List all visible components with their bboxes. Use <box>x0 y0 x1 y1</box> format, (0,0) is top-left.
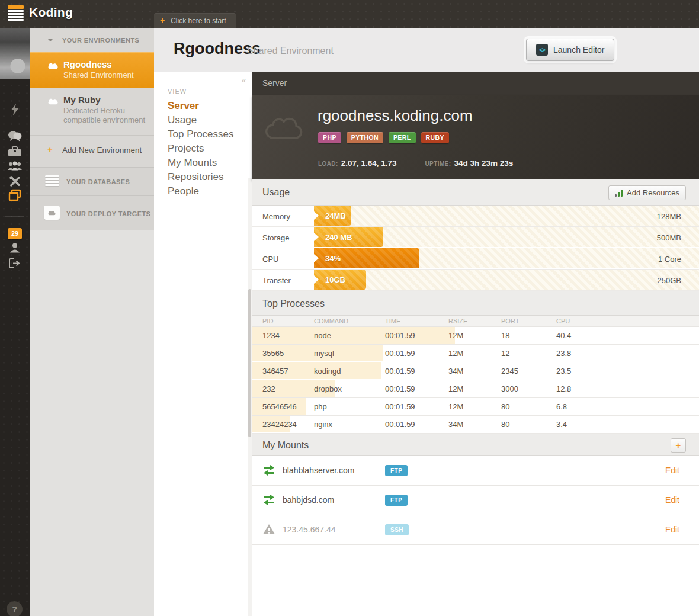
process-cell-port: 80 <box>501 402 556 411</box>
sidebar: YOUR ENVIRONMENTS RgoodnessShared Enviro… <box>30 28 154 616</box>
process-cell-rsize: 34M <box>448 367 501 376</box>
usage-metric-label: Storage <box>262 233 290 242</box>
sidebar-item-your-databases[interactable]: YOUR DATABASES <box>30 167 154 195</box>
sync-icon <box>262 464 275 478</box>
table-row[interactable]: 23424234nginx00:01.5934M803.4 <box>252 416 699 434</box>
table-row[interactable]: 346457kodingd00:01.5934M234523.5 <box>252 362 699 380</box>
chat-icon[interactable] <box>0 131 30 142</box>
list-item: 123.45.667.44SSHEdit <box>252 515 699 545</box>
logout-icon[interactable] <box>0 258 30 268</box>
databases-icon <box>45 175 59 187</box>
view-nav-column: « VIEW ServerUsageTop ProcessesProjectsM… <box>154 72 252 616</box>
top-processes-panel-header: Top Processes <box>252 291 699 316</box>
usage-bar-track: 34% <box>314 248 699 268</box>
protocol-badge: FTP <box>385 495 408 506</box>
edit-link[interactable]: Edit <box>665 525 679 534</box>
environment-name: My Ruby <box>63 95 101 105</box>
usage-metric-label: CPU <box>262 255 278 264</box>
table-row[interactable]: 56546546php00:01.5912M806.8 <box>252 398 699 416</box>
process-cell-rsize: 12M <box>448 331 501 340</box>
process-cell-time: 00:01.59 <box>385 384 448 393</box>
avatar[interactable] <box>0 28 30 79</box>
nav-item-projects[interactable]: Projects <box>168 142 234 156</box>
toolbox-icon[interactable] <box>0 146 30 157</box>
usage-row: CPU34%1 Core <box>252 248 699 270</box>
person-icon[interactable] <box>0 243 30 253</box>
launch-editor-button[interactable]: <> Launch Editor <box>526 38 614 61</box>
nav-item-top-processes[interactable]: Top Processes <box>168 127 234 142</box>
usage-bar-fill: 10GB <box>314 270 366 290</box>
table-row[interactable]: 232dropbox00:01.5912M300012.8 <box>252 380 699 398</box>
plus-icon: + <box>47 145 53 155</box>
usage-bar-fill: 34% <box>314 248 419 268</box>
your-environments-header[interactable]: YOUR ENVIRONMENTS <box>30 28 154 52</box>
add-resources-button[interactable]: Add Resources <box>608 185 686 200</box>
add-new-environment-button[interactable]: + Add New Environment <box>30 135 154 167</box>
help-icon[interactable]: ? <box>7 601 23 616</box>
environment-description: Dedicated Heroku compatible environment <box>63 106 148 125</box>
process-cell-command: node <box>314 331 385 340</box>
click-here-to-start-tab[interactable]: +Click here to start <box>154 13 236 28</box>
usage-bar-track: 10GB <box>314 270 699 290</box>
process-cell-command: nginx <box>314 420 385 429</box>
sidebar-item-your-deploy-targets[interactable]: YOUR DEPLOY TARGETS <box>30 195 154 230</box>
load-label: LOAD: <box>318 161 338 167</box>
add-mount-button[interactable]: + <box>671 438 686 453</box>
process-cell-pid: 56546546 <box>262 402 314 411</box>
mount-name: bahbjdsd.com <box>283 495 334 505</box>
notification-badge[interactable]: 29 <box>8 228 22 239</box>
process-column-header: COMMAND <box>314 317 385 325</box>
nav-item-server[interactable]: Server <box>168 99 234 113</box>
process-cell-command: mysql <box>314 349 385 358</box>
collapse-panel-icon[interactable]: « <box>242 76 246 85</box>
usage-bar-fill: 240 MB <box>314 227 383 247</box>
table-row[interactable]: 1234node00:01.5912M1840.4 <box>252 327 699 345</box>
uptime-value: 34d 3h 23m 23s <box>454 159 513 168</box>
environment-name: Rgoodness <box>63 59 112 69</box>
process-cell-port: 18 <box>501 331 556 340</box>
editor-code-icon: <> <box>536 44 548 56</box>
mount-rows: blahblahserver.comFTPEditbahbjdsd.comFTP… <box>252 456 699 545</box>
process-table-body: 1234node00:01.5912M1840.435565mysql00:01… <box>252 327 699 434</box>
usage-bar-fill: 24MB <box>314 206 351 226</box>
my-mounts-title: My Mounts <box>262 440 309 451</box>
edit-link[interactable]: Edit <box>665 466 679 475</box>
chevron-down-icon <box>47 38 53 41</box>
lightning-icon[interactable] <box>0 104 30 116</box>
process-cell-cpu: 40.4 <box>556 331 699 340</box>
server-panel-header: Server <box>252 72 699 95</box>
group-icon[interactable] <box>0 161 30 171</box>
process-row-cells: 35565mysql00:01.5912M1223.8 <box>252 345 699 362</box>
usage-total-label: 1 Core <box>658 255 681 264</box>
process-cell-port: 2345 <box>501 367 556 376</box>
nav-item-my-mounts[interactable]: My Mounts <box>168 156 234 170</box>
process-cell-rsize: 12M <box>448 402 501 411</box>
process-cell-port: 12 <box>501 349 556 358</box>
edit-link[interactable]: Edit <box>665 495 679 505</box>
scrollbar-track[interactable] <box>248 178 252 616</box>
scrollbar-thumb[interactable] <box>248 289 251 437</box>
nav-item-people[interactable]: People <box>168 184 234 198</box>
your-databases-label: YOUR DATABASES <box>66 178 130 185</box>
process-column-header: RSIZE <box>448 317 501 325</box>
windows-icon[interactable] <box>0 189 30 202</box>
process-column-header: PID <box>262 317 314 325</box>
process-cell-time: 00:01.59 <box>385 402 448 411</box>
table-row[interactable]: 35565mysql00:01.5912M1223.8 <box>252 345 699 362</box>
process-cell-time: 00:01.59 <box>385 331 448 340</box>
process-cell-rsize: 34M <box>448 420 501 429</box>
nav-item-usage[interactable]: Usage <box>168 113 234 127</box>
process-cell-command: php <box>314 402 385 411</box>
top-bar: Koding +Click here to start <box>0 0 699 28</box>
sidebar-item-environment[interactable]: RgoodnessShared Environment <box>30 52 154 88</box>
process-cell-cpu: 23.5 <box>556 367 699 376</box>
koding-logo-icon[interactable] <box>8 5 24 22</box>
nav-item-repositories[interactable]: Repositories <box>168 170 234 184</box>
tools-icon[interactable] <box>0 175 30 187</box>
environment-description: Shared Environment <box>63 70 148 80</box>
protocol-badge: SSH <box>385 524 409 535</box>
sidebar-item-environment[interactable]: My RubyDedicated Heroku compatible envir… <box>30 88 154 135</box>
language-badge: RUBY <box>421 132 449 143</box>
usage-total-label: 250GB <box>658 276 681 285</box>
usage-total-label: 500MB <box>657 233 681 242</box>
